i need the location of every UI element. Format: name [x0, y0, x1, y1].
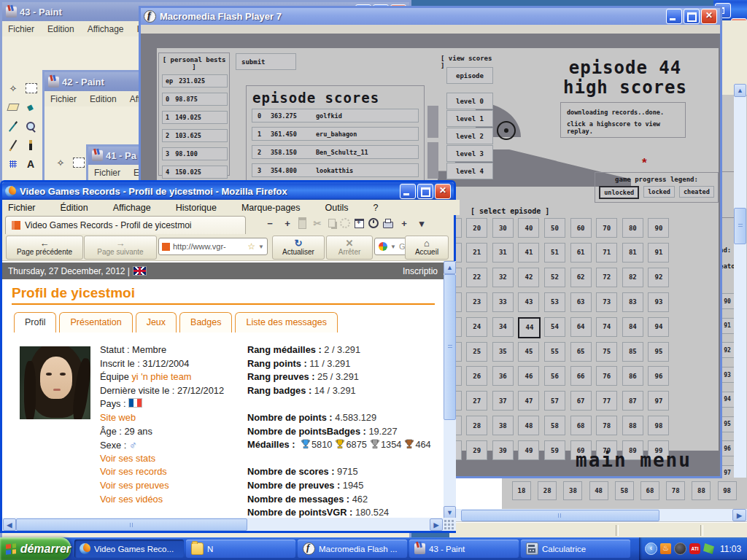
episode-48-button[interactable]: 48 [589, 481, 608, 500]
episode-73-button[interactable]: 73 [596, 292, 617, 312]
menu-item-marquepages[interactable]: Marque-pages [241, 203, 301, 213]
info-link[interactable]: yi 'n phie team [131, 371, 191, 382]
episode-58-button[interactable]: 58 [615, 481, 634, 500]
episode-28-button[interactable]: 28 [538, 481, 557, 500]
episode-18-button[interactable]: 18 [512, 481, 531, 500]
menu-item-fichier[interactable]: Fichier [94, 168, 120, 178]
episode-55-button[interactable]: 55 [544, 342, 565, 362]
episode-49-button[interactable]: 49 [518, 440, 539, 460]
menu-item-historique[interactable]: Historique [176, 203, 217, 213]
page-vertical-scrollbar[interactable]: ▲ ▼ [444, 261, 456, 518]
legend-unlocked-button[interactable]: unlocked [599, 186, 639, 199]
airbrush-tool-icon[interactable] [6, 157, 20, 171]
episode-29-button[interactable]: 29 [466, 440, 487, 460]
episode-48-button[interactable]: 48 [518, 416, 539, 435]
scrollbar-thumb[interactable] [461, 510, 659, 521]
menu-item-affichage[interactable]: Affichage [88, 24, 124, 34]
menu-item-affichage[interactable]: Affichage [113, 203, 151, 213]
episode-88-button[interactable]: 88 [622, 416, 643, 435]
magnifier-tool-icon[interactable] [23, 119, 38, 133]
brush-tool-icon[interactable] [23, 138, 38, 152]
menu-item-fichier[interactable]: Fichier [8, 24, 34, 34]
rect-select-tool-icon[interactable] [26, 83, 37, 93]
tab-badges[interactable]: Badges [179, 312, 232, 332]
view-scores-level-2-button[interactable]: level 2 [446, 128, 493, 144]
freeform-select-tool-icon[interactable] [53, 155, 68, 170]
episode-86-button[interactable]: 86 [622, 366, 643, 386]
forward-button[interactable]: → Page suivante [84, 236, 157, 260]
episode-35-button[interactable]: 35 [492, 342, 514, 362]
personal-best-row[interactable]: 398.100 [162, 147, 228, 160]
episode-94-button[interactable]: 94 [648, 317, 669, 337]
menu-item-fichier[interactable]: Fichier [50, 94, 77, 104]
menu-item-edition[interactable]: Edition [90, 94, 117, 104]
tab-jeux[interactable]: Jeux [136, 312, 177, 332]
episode-30-button[interactable]: 30 [492, 218, 514, 238]
quicktime-tray-icon[interactable] [674, 542, 686, 555]
episode-39-button[interactable]: 39 [492, 440, 514, 460]
taskbar-task-folder[interactable]: N [186, 540, 295, 558]
episode-87-button[interactable]: 87 [622, 391, 643, 411]
freeform-select-tool-icon[interactable] [6, 81, 20, 96]
episode-95-button[interactable]: 95 [648, 342, 669, 362]
episode-92-button[interactable]: 92 [648, 268, 669, 287]
episode-22-button[interactable]: 22 [466, 268, 487, 287]
episode-60-button[interactable]: 60 [570, 218, 592, 238]
scroll-left-icon[interactable]: ◀ [3, 518, 16, 531]
episode-score-row[interactable]: 2358.150Ben_Schultz_11 [252, 145, 419, 159]
scroll-up-icon[interactable]: ▲ [734, 84, 746, 97]
episode-81-button[interactable]: 81 [622, 243, 643, 262]
episode-52-button[interactable]: 52 [544, 268, 565, 287]
episode-65-button[interactable]: 65 [570, 342, 592, 362]
episode-70-button[interactable]: 70 [596, 218, 617, 238]
tab-liste-des-messages[interactable]: Liste des messages [235, 312, 337, 332]
history-clock-icon[interactable] [368, 218, 379, 228]
menu-item-outils[interactable]: Outils [325, 203, 349, 213]
episode-26-button[interactable]: 26 [466, 366, 487, 386]
menu-item-edition[interactable]: Edition [47, 24, 74, 34]
start-button[interactable]: démarrer [0, 537, 71, 560]
menu-item-dition[interactable]: Édition [61, 203, 88, 213]
copy-icon[interactable] [328, 219, 336, 228]
episode-34-button[interactable]: 34 [492, 317, 514, 337]
episode-68-button[interactable]: 68 [570, 416, 592, 435]
color-picker-tool-icon[interactable] [6, 119, 20, 133]
firefox-titlebar[interactable]: Video Games Records - Profil de yicestmo… [2, 182, 454, 200]
episode-54-button[interactable]: 54 [544, 317, 565, 337]
episode-91-button[interactable]: 91 [648, 243, 669, 262]
episode-21-button[interactable]: 21 [466, 243, 487, 262]
episode-75-button[interactable]: 75 [596, 342, 617, 362]
menu-item-?[interactable]: ? [374, 203, 379, 213]
scrollbar-thumb[interactable] [16, 518, 247, 531]
episode-43-button[interactable]: 43 [518, 292, 539, 312]
view-scores-level-1-button[interactable]: level 1 [446, 110, 493, 127]
episode-37-button[interactable]: 37 [492, 391, 514, 411]
paste-icon[interactable] [298, 217, 306, 229]
episode-23-button[interactable]: 23 [466, 292, 487, 312]
page-horizontal-scrollbar[interactable]: ◀ ▶ [2, 518, 456, 531]
episode-93-button[interactable]: 93 [648, 292, 669, 312]
episode-63-button[interactable]: 63 [570, 292, 592, 312]
episode-67-button[interactable]: 67 [570, 391, 592, 411]
print-icon[interactable] [383, 222, 393, 228]
episode-38-button[interactable]: 38 [492, 416, 514, 435]
episode-72-button[interactable]: 72 [596, 268, 617, 287]
minus-icon[interactable]: − [263, 217, 276, 229]
episode-56-button[interactable]: 56 [544, 366, 565, 386]
episode-62-button[interactable]: 62 [570, 268, 592, 287]
overflow-caret-icon[interactable]: ▾ [415, 217, 428, 229]
eraser-tool-icon[interactable] [6, 100, 20, 114]
view-scores-level-4-button[interactable]: level 4 [446, 163, 493, 179]
episode-38-button[interactable]: 38 [563, 481, 582, 500]
submit-button[interactable]: submit [236, 53, 296, 70]
scrollbar-thumb[interactable] [444, 274, 456, 420]
episode-80-button[interactable]: 80 [622, 218, 643, 238]
scrollbar-thumb[interactable] [734, 208, 746, 244]
site-header-right[interactable]: Inscriptio [403, 266, 438, 276]
tab-profil[interactable]: Profil [14, 312, 56, 332]
episode-47-button[interactable]: 47 [518, 391, 539, 411]
info-link[interactable]: Voir ses vidéos [100, 494, 163, 505]
view-scores-level-3-button[interactable]: level 3 [446, 145, 493, 162]
episode-45-button[interactable]: 45 [518, 342, 539, 362]
taskbar-task-firefox[interactable]: Video Games Reco... [74, 540, 184, 558]
